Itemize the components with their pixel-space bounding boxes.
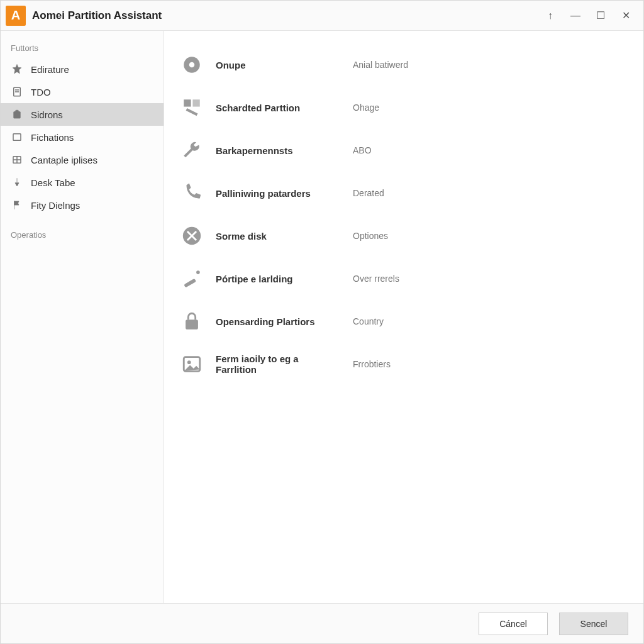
row-portipe[interactable]: Pórtipe e larlding Over rrerels: [179, 257, 628, 300]
image-icon: [179, 352, 204, 377]
box-icon: [11, 108, 23, 121]
row-value: Anial batiwerd: [353, 60, 408, 70]
window-up-button[interactable]: ↑: [538, 4, 563, 27]
sidebar-item-label: Sidrons: [31, 109, 63, 120]
svg-rect-4: [16, 110, 19, 112]
sidebar-item-cantaple[interactable]: Cantaple iplises: [1, 148, 164, 171]
star-icon: [11, 63, 23, 75]
window-close-button[interactable]: ✕: [613, 4, 638, 27]
rectangle-icon: [11, 131, 23, 143]
wand-icon: [179, 266, 204, 291]
sidebar-item-label: Edirature: [31, 64, 69, 75]
sidebar-item-label: Desk Tabe: [31, 177, 75, 188]
flag-icon: [11, 199, 23, 211]
row-sorme-disk[interactable]: Sorme disk Optiones: [179, 214, 628, 257]
row-barkapernennsts[interactable]: Barkapernennsts ABO: [179, 129, 628, 172]
svg-rect-12: [192, 99, 199, 106]
sidebar-section-futtorts: Futtorts: [1, 41, 164, 58]
sidebar-item-label: Cantaple iplises: [31, 155, 97, 165]
row-onupe[interactable]: Onupe Anial batiwerd: [179, 43, 628, 86]
svg-rect-16: [186, 319, 198, 330]
row-value: Optiones: [353, 231, 388, 241]
row-palliniwing[interactable]: Palliniwing patarders Derated: [179, 172, 628, 214]
window-minimize-button[interactable]: —: [563, 4, 588, 27]
footer: Cáncel Sencel: [1, 603, 643, 643]
pin-icon: [11, 176, 23, 189]
row-value: Over rrerels: [353, 274, 399, 284]
svg-rect-5: [13, 134, 21, 141]
sidebar-item-fity-dielngs[interactable]: Fity Dielngs: [1, 194, 164, 216]
cancel-button[interactable]: Cáncel: [479, 613, 548, 635]
svg-rect-14: [184, 279, 196, 288]
app-logo: A: [6, 6, 26, 26]
row-schardted-parttion[interactable]: Schardted Parttion Ohage: [179, 86, 628, 129]
sidebar-item-edirature[interactable]: Edirature: [1, 58, 164, 80]
lock-icon: [179, 309, 204, 334]
sidebar-item-tdo[interactable]: TDO: [1, 80, 164, 103]
svg-point-15: [196, 270, 200, 274]
grid-icon: [11, 153, 23, 166]
row-opensarding[interactable]: Opensarding Plartiors Country: [179, 300, 628, 343]
app-title: Aomei Partition Assistant: [32, 9, 162, 22]
wrench-icon: [179, 138, 204, 163]
row-name: Palliniwing patarders: [216, 188, 341, 199]
svg-rect-3: [14, 112, 21, 119]
row-name: Onupe: [216, 60, 341, 70]
row-name: Schardted Parttion: [216, 103, 341, 113]
row-name: Pórtipe e larlding: [216, 274, 341, 284]
sidebar-item-label: Fity Dielngs: [31, 200, 80, 211]
row-ferm-iaoily[interactable]: Ferm iaoily to eg a Farrlition Frrobtier…: [179, 343, 628, 386]
app-window: A Aomei Partition Assistant ↑ — ☐ ✕ Futt…: [0, 0, 644, 644]
body: Futtorts Edirature TDO Sidrons: [1, 31, 643, 603]
document-icon: [11, 86, 23, 98]
sidebar: Futtorts Edirature TDO Sidrons: [1, 31, 164, 603]
sidebar-item-label: TDO: [31, 87, 51, 97]
row-name: Ferm iaoily to eg a Farrlition: [216, 353, 341, 375]
sidebar-item-label: Fichations: [31, 132, 74, 143]
row-value: Country: [353, 316, 384, 326]
row-value: Frrobtiers: [353, 359, 391, 369]
sidebar-item-sidrons[interactable]: Sidrons: [1, 103, 164, 126]
sidebar-item-fichations[interactable]: Fichations: [1, 126, 164, 148]
svg-rect-11: [184, 99, 191, 106]
titlebar: A Aomei Partition Assistant ↑ — ☐ ✕: [1, 1, 643, 31]
svg-point-18: [187, 360, 191, 364]
sidebar-section-operatios: Operatios: [1, 228, 164, 245]
row-name: Sorme disk: [216, 231, 341, 242]
row-value: ABO: [353, 145, 372, 155]
main-panel: Onupe Anial batiwerd Schardted Parttion …: [164, 31, 643, 603]
sencel-button[interactable]: Sencel: [559, 613, 628, 635]
svg-point-10: [189, 62, 195, 68]
row-name: Barkapernennsts: [216, 145, 341, 156]
row-value: Derated: [353, 188, 384, 198]
window-maximize-button[interactable]: ☐: [588, 4, 613, 27]
disc-icon: [179, 52, 204, 77]
partition-icon: [179, 95, 204, 120]
row-name: Opensarding Plartiors: [216, 316, 341, 327]
tools-icon: [179, 223, 204, 248]
phone-icon: [179, 180, 204, 206]
sidebar-item-desk-tabe[interactable]: Desk Tabe: [1, 171, 164, 194]
row-value: Ohage: [353, 103, 379, 113]
